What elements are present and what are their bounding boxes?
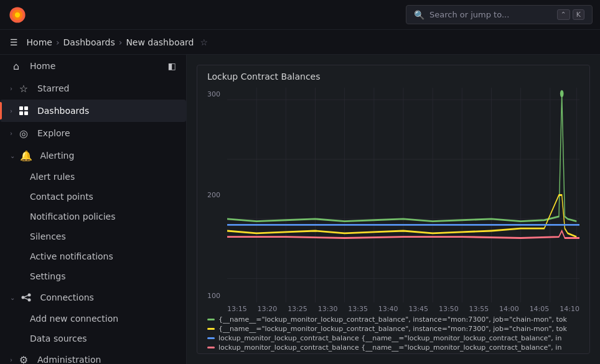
sidebar-item-alert-rules[interactable]: Alert rules [0, 167, 186, 187]
search-bar[interactable]: 🔍 Search or jump to... ⌃ K [406, 5, 593, 24]
legend-item-1: {__name__="lockup_monitor_lockup_contrac… [207, 325, 579, 333]
x-label-10: 14:05 [530, 305, 550, 313]
silences-label: Silences [30, 231, 66, 241]
svg-point-9 [28, 299, 31, 302]
expand-icon-administration: › [10, 357, 12, 363]
x-axis: 13:15 13:20 13:25 13:30 13:35 13:40 13:4… [207, 305, 579, 313]
contact-points-label: Contact points [30, 192, 93, 202]
notification-policies-label: Notification policies [30, 212, 116, 222]
legend-color-0 [207, 319, 215, 320]
legend-label-0: {__name__="lockup_monitor_lockup_contrac… [218, 315, 567, 324]
x-label-8: 13:55 [469, 305, 489, 313]
sidebar-item-alerting[interactable]: ⌄ 🔔 Alerting [0, 144, 186, 167]
menu-icon[interactable]: ☰ [10, 37, 18, 47]
keyboard-shortcut: ⌃ K [557, 9, 584, 20]
sidebar-item-explore[interactable]: › ◎ Explore [0, 122, 186, 144]
expand-icon-explore: › [10, 130, 12, 137]
x-label-0: 13:15 [227, 305, 247, 313]
home-icon: ⌂ [10, 60, 22, 72]
breadcrumb-bar: ☰ Home › Dashboards › New dashboard ☆ [0, 30, 600, 55]
sidebar-item-silences[interactable]: Silences [0, 226, 186, 246]
panel-toggle-icon[interactable]: ◧ [168, 61, 176, 71]
sidebar-connections-label: Connections [40, 292, 94, 302]
x-label-6: 13:45 [408, 305, 428, 313]
svg-point-7 [22, 296, 25, 299]
expand-icon-starred: › [10, 85, 12, 92]
sidebar-item-administration[interactable]: › ⚙ Administration [0, 348, 186, 364]
panel-title: Lockup Contract Balances [197, 65, 589, 88]
svg-rect-6 [24, 111, 28, 115]
add-new-connection-label: Add new connection [30, 314, 118, 324]
svg-rect-4 [24, 106, 28, 110]
chart-legend: {__name__="lockup_monitor_lockup_contrac… [207, 315, 579, 352]
svg-point-8 [28, 294, 31, 297]
sidebar-item-connections[interactable]: ⌄ Connections [0, 286, 186, 309]
expand-icon-alerting: ⌄ [10, 152, 15, 159]
legend-color-1 [207, 328, 215, 330]
svg-line-11 [25, 298, 29, 299]
legend-label-3: lockup_monitor_lockup_contract_balance {… [218, 343, 561, 352]
alert-rules-label: Alert rules [30, 172, 75, 182]
breadcrumb-dashboards[interactable]: Dashboards [63, 37, 115, 47]
x-label-7: 13:50 [439, 305, 459, 313]
explore-icon: ◎ [17, 127, 30, 139]
kb-k: K [573, 9, 584, 20]
sidebar-dashboards-label: Dashboards [37, 106, 89, 116]
sidebar: ⌂ Home ◧ › ☆ Starred › Dashboards [0, 55, 187, 364]
svg-point-28 [560, 90, 564, 98]
favorite-star-icon[interactable]: ☆ [200, 37, 208, 47]
alerting-icon: 🔔 [20, 149, 32, 162]
content-area: Lockup Contract Balances 300 200 100 [187, 55, 600, 364]
breadcrumb-sep-2: › [119, 37, 123, 47]
sidebar-explore-label: Explore [37, 128, 70, 138]
svg-point-2 [15, 12, 20, 17]
dashboards-icon [17, 105, 30, 117]
panel-lockup-contract-balances: Lockup Contract Balances 300 200 100 [197, 65, 590, 354]
main-layout: ⌂ Home ◧ › ☆ Starred › Dashboards [0, 55, 600, 364]
x-label-5: 13:40 [378, 305, 398, 313]
sidebar-item-add-new-connection[interactable]: Add new connection [0, 309, 186, 329]
breadcrumb-sep-1: › [56, 37, 60, 47]
chart-svg [227, 88, 579, 302]
sidebar-item-notification-policies[interactable]: Notification policies [0, 207, 186, 226]
sidebar-item-starred[interactable]: › ☆ Starred [0, 77, 186, 100]
sidebar-item-contact-points[interactable]: Contact points [0, 187, 186, 207]
svg-line-10 [25, 296, 29, 297]
y-label-100: 100 [207, 292, 227, 300]
legend-label-2: lockup_monitor_lockup_contract_balance {… [218, 334, 561, 342]
expand-icon-dashboards: › [10, 108, 12, 114]
starred-icon: ☆ [17, 82, 30, 95]
svg-rect-5 [19, 111, 23, 115]
legend-color-3 [207, 347, 215, 348]
topbar: 🔍 Search or jump to... ⌃ K [0, 0, 600, 30]
sidebar-starred-label: Starred [37, 83, 69, 93]
x-label-1: 13:20 [258, 305, 278, 313]
x-label-2: 13:25 [288, 305, 307, 313]
y-axis: 300 200 100 [207, 88, 227, 302]
kb-ctrl: ⌃ [557, 9, 570, 20]
breadcrumb-home[interactable]: Home [27, 37, 52, 47]
sidebar-item-home[interactable]: ⌂ Home ◧ [0, 55, 186, 77]
expand-icon-connections: ⌄ [10, 294, 15, 301]
active-notifications-label: Active notifications [30, 251, 113, 261]
data-sources-label: Data sources [30, 334, 87, 343]
administration-icon: ⚙ [17, 353, 30, 364]
x-label-3: 13:30 [318, 305, 338, 313]
grafana-logo[interactable] [7, 5, 27, 25]
sidebar-item-dashboards[interactable]: › Dashboards [0, 100, 186, 122]
sidebar-item-data-sources[interactable]: Data sources [0, 329, 186, 348]
x-label-4: 13:35 [348, 305, 368, 313]
y-label-300: 300 [207, 90, 227, 98]
legend-item-0: {__name__="lockup_monitor_lockup_contrac… [207, 315, 579, 324]
sidebar-item-settings[interactable]: Settings [0, 266, 186, 286]
legend-label-1: {__name__="lockup_monitor_lockup_contrac… [218, 325, 567, 333]
svg-rect-3 [19, 106, 23, 110]
chart-svg-wrapper [227, 88, 579, 302]
x-label-11: 14:10 [560, 305, 579, 313]
sidebar-alerting-label: Alerting [40, 151, 74, 161]
search-icon: 🔍 [414, 10, 424, 20]
y-label-200: 200 [207, 191, 227, 199]
x-label-9: 14:00 [499, 305, 519, 313]
legend-color-2 [207, 337, 215, 339]
sidebar-item-active-notifications[interactable]: Active notifications [0, 246, 186, 266]
